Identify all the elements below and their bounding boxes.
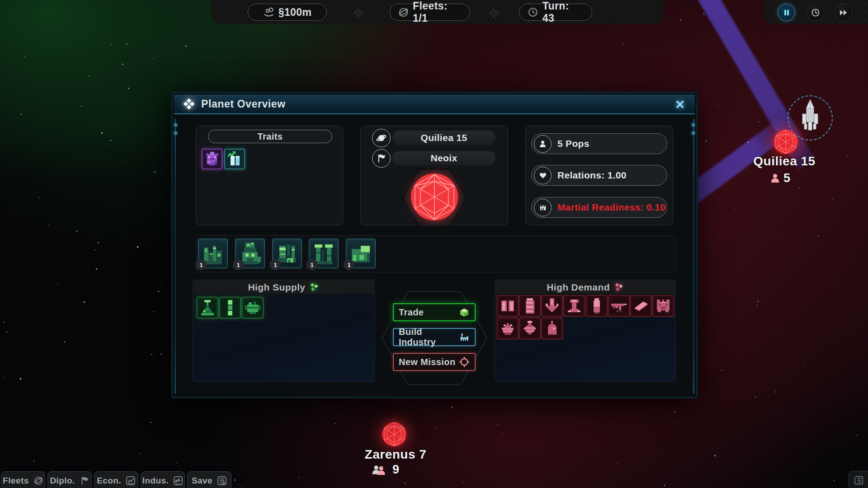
trait-economy-growth-icon[interactable]: [224, 149, 245, 169]
tab-save[interactable]: Save: [187, 471, 231, 488]
planet-zarenus-7[interactable]: [381, 421, 408, 450]
modal-header: Planet Overview ✕: [174, 94, 695, 114]
faction-flag-icon: [372, 149, 391, 168]
fleets-value: Fleets: 1/1: [413, 0, 462, 24]
engine-block-pixel-icon: [244, 299, 261, 316]
supply-item-engine-block[interactable]: [242, 297, 264, 319]
tab-save-label: Save: [192, 476, 212, 486]
high-supply-panel: High Supply: [193, 280, 375, 382]
news-log-button[interactable]: [849, 471, 868, 488]
pops-value: 5 Pops: [557, 138, 590, 149]
fortress-icon: [534, 199, 552, 216]
trait-alien-species-icon[interactable]: [202, 149, 222, 169]
high-supply-header: High Supply: [193, 280, 374, 295]
newspaper-icon: [854, 475, 864, 486]
heart-icon: [534, 167, 552, 184]
faction-name-pill: Neoix: [392, 151, 495, 165]
tab-diplo[interactable]: Diplo.: [47, 471, 92, 488]
modal-stud: [174, 131, 177, 135]
fast-forward-icon: [840, 9, 848, 16]
food-bowl-pixel-icon: [499, 320, 516, 337]
high-demand-title: High Demand: [547, 282, 610, 293]
economy-growth-pixel-icon: [226, 151, 243, 167]
amphora-pixel-icon: [521, 320, 538, 337]
modal-left-accent: [175, 119, 176, 394]
money-indicator: §100m: [248, 4, 327, 21]
quiliea-population-count: 5: [783, 171, 790, 185]
building-slot-5[interactable]: 1: [346, 239, 376, 268]
martial-readiness-value: Martial Readiness: 0.10: [557, 202, 665, 213]
planet-label-quiliea: Quiliea 15: [737, 154, 832, 169]
package-icon: [459, 307, 470, 318]
battery-pixel-icon: [521, 297, 538, 314]
close-button[interactable]: ✕: [673, 98, 687, 112]
demand-item-food-bowl[interactable]: [497, 318, 519, 339]
tab-indus[interactable]: Indus.: [141, 471, 185, 488]
crosshair-icon: [459, 357, 470, 367]
demand-item-double-doors[interactable]: [497, 295, 519, 317]
alien-species-pixel-icon: [204, 151, 220, 167]
pedestal-pixel-icon: [566, 297, 583, 314]
pops-stat: 5 Pops: [531, 133, 667, 154]
demand-item-rifle[interactable]: [608, 295, 630, 317]
building-slot-4[interactable]: 1: [309, 239, 339, 268]
population-pair-icon: [370, 464, 390, 476]
diplo-flag-icon: [80, 476, 90, 486]
demand-item-pedestal[interactable]: [563, 295, 585, 317]
pause-button[interactable]: [778, 4, 795, 21]
supply-item-mining-derrick[interactable]: [197, 297, 218, 319]
game-screen: Quiliea 15 5 Zarenus 7 9: [0, 0, 868, 488]
demand-item-armor-plate[interactable]: [652, 295, 674, 317]
buildings-bar: 1 1 1: [196, 235, 676, 272]
tab-fleets[interactable]: Fleets: [1, 471, 45, 488]
fast-forward-button[interactable]: [835, 4, 852, 21]
turn-indicator: Turn: 43: [519, 4, 592, 21]
capsule-pixel-icon: [588, 297, 605, 314]
planet-portrait-hex: [401, 164, 468, 232]
building-slot-3[interactable]: 1: [272, 239, 302, 268]
money-value: §100m: [278, 6, 312, 19]
traits-panel: Traits: [196, 126, 343, 225]
high-demand-panel: High Demand: [495, 280, 676, 382]
zarenus-population: 9: [370, 463, 399, 477]
factory-icon: [459, 332, 470, 343]
faction-name: Neoix: [430, 153, 457, 164]
fuel-column-pixel-icon: [222, 299, 239, 316]
trade-button[interactable]: Trade: [393, 303, 476, 321]
demand-item-capsule[interactable]: [586, 295, 608, 317]
demand-item-flask[interactable]: [541, 318, 563, 339]
fleets-globe-icon: [398, 7, 409, 18]
traits-header-label: Traits: [258, 131, 283, 142]
game-speed-button[interactable]: [807, 4, 824, 21]
planet-info-panel: Quiliea 15 Neoix: [360, 126, 508, 225]
relations-stat: Relations: 1.00: [531, 165, 667, 186]
metal-ingot-pixel-icon: [632, 297, 650, 314]
tab-econ[interactable]: Econ.: [94, 471, 138, 488]
new-mission-button[interactable]: New Mission: [393, 353, 476, 371]
building-slot-1[interactable]: 1: [198, 239, 228, 268]
high-supply-title: High Supply: [248, 282, 306, 293]
tab-econ-label: Econ.: [97, 476, 121, 486]
tab-fleets-label: Fleets: [3, 476, 28, 486]
zarenus-population-count: 9: [392, 463, 399, 477]
building-slot-2[interactable]: 1: [235, 239, 265, 268]
demand-gems-icon: [614, 282, 624, 292]
planet-label-zarenus: Zarenus 7: [348, 447, 443, 462]
supply-item-fuel-column[interactable]: [219, 297, 241, 319]
modal-stud: [692, 131, 695, 135]
demand-item-down-arrow[interactable]: [541, 295, 563, 317]
stats-panel: 5 Pops Relations: 1.00 Martial Readiness…: [525, 126, 673, 225]
fleets-indicator: Fleets: 1/1: [390, 4, 470, 21]
build-industry-button-label: Build Industry: [399, 327, 459, 347]
save-icon: [217, 476, 227, 486]
build-industry-button[interactable]: Build Industry: [393, 328, 476, 346]
modal-stud: [692, 123, 695, 127]
planet-name-pill: Quiliea 15: [392, 131, 495, 145]
econ-chart-icon: [126, 476, 136, 486]
demand-item-amphora[interactable]: [519, 318, 541, 339]
fleets-tab-icon: [33, 476, 43, 486]
planet-quiliea-15[interactable]: [772, 128, 799, 157]
demand-item-battery[interactable]: [519, 295, 541, 317]
planet-overview-modal: Planet Overview ✕ Traits: [172, 92, 697, 398]
demand-item-metal-ingot[interactable]: [630, 295, 652, 317]
